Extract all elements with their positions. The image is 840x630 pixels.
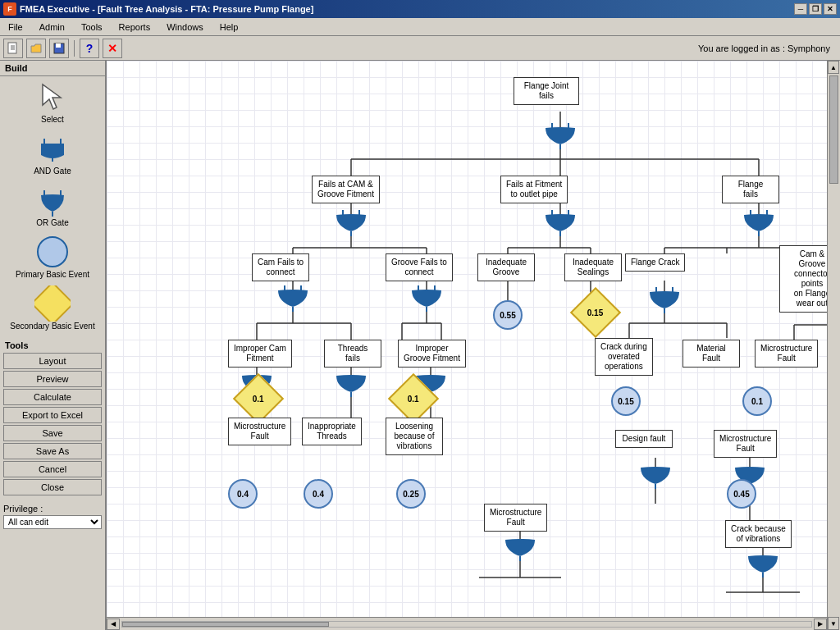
node-n1[interactable]: Fails at CAM &Groove Fitment	[312, 176, 380, 203]
title-bar: F FMEA Executive - [Fault Tree Analysis …	[0, 0, 840, 18]
node-n2[interactable]: Fails at Fitmentto outlet pipe	[500, 176, 568, 203]
save-button[interactable]: Save	[3, 425, 102, 441]
preview-button[interactable]: Preview	[3, 371, 102, 387]
node-n22[interactable]: 0.1	[742, 386, 772, 416]
tool-or-gate[interactable]: OR Gate	[0, 180, 105, 231]
node-n4[interactable]: Cam Fails toconnect	[252, 253, 309, 281]
svg-rect-5	[56, 43, 61, 48]
node-n10[interactable]: Improper CamFitment	[228, 340, 292, 368]
node-n19[interactable]: 0.1	[240, 381, 276, 417]
toolbar-save[interactable]	[49, 39, 69, 58]
node-n26[interactable]: Looseningbecause ofvibrations	[386, 418, 443, 455]
h-scrollbar[interactable]: ◀ ▶	[107, 617, 827, 630]
tool-secondary-basic-event[interactable]: Secondary Basic Event	[0, 283, 105, 335]
node-n7[interactable]: InadequateSealings	[564, 253, 622, 281]
node-root[interactable]: Flange Jointfails	[514, 77, 579, 105]
canvas-area[interactable]: Flange Jointfails Fails at CAM &Groove F…	[107, 61, 827, 630]
node-n17[interactable]: MicrostructureFault	[755, 340, 818, 368]
v-scroll-track[interactable]	[829, 75, 838, 615]
toolbar-help[interactable]: ?	[80, 39, 99, 58]
close-button-panel[interactable]: Close	[3, 479, 102, 495]
node-n30-label: 0.4	[304, 479, 333, 509]
and-gate-label: AND Gate	[34, 167, 71, 176]
tools-section: Tools Layout Preview Calculate Export to…	[0, 335, 105, 500]
layout-button[interactable]: Layout	[3, 353, 102, 369]
tool-select[interactable]: Select	[0, 76, 105, 128]
export-excel-button[interactable]: Export to Excel	[3, 407, 102, 423]
node-n13[interactable]: 0.55	[493, 300, 523, 330]
node-n16[interactable]: MaterialFault	[682, 340, 740, 368]
menu-help[interactable]: Help	[215, 21, 244, 34]
node-n15[interactable]: Crack duringoveratedoperations	[595, 338, 653, 376]
node-n32[interactable]: 0.45	[727, 479, 756, 509]
login-status: You are logged in as : Symphony	[126, 43, 837, 53]
node-n30[interactable]: 0.4	[304, 479, 333, 509]
node-n24-label: MicrostructureFault	[228, 418, 291, 445]
node-n28[interactable]: MicrostructureFault	[714, 430, 777, 458]
node-n3[interactable]: Flangefails	[722, 176, 779, 203]
minimize-button[interactable]: ─	[794, 3, 807, 15]
node-n14[interactable]: 0.15	[578, 294, 614, 331]
canvas-inner: Flange Jointfails Fails at CAM &Groove F…	[107, 61, 827, 630]
primary-basic-event-icon	[32, 235, 73, 268]
scroll-track[interactable]	[121, 621, 812, 628]
select-label: Select	[41, 115, 64, 124]
node-n11[interactable]: Threadsfails	[324, 340, 381, 368]
v-scrollbar[interactable]: ▲ ▼	[827, 61, 840, 630]
node-n20-label: 0.1	[388, 373, 439, 424]
node-n1-label: Fails at CAM &Groove Fitment	[312, 176, 380, 203]
tool-and-gate[interactable]: AND Gate	[0, 128, 105, 180]
menu-windows[interactable]: Windows	[162, 21, 208, 34]
node-n27[interactable]: Design fault	[615, 430, 673, 448]
scroll-left[interactable]: ◀	[107, 619, 120, 630]
v-scroll-thumb[interactable]	[829, 75, 838, 184]
toolbar-open[interactable]	[26, 39, 46, 58]
scroll-right[interactable]: ▶	[814, 619, 827, 630]
close-button[interactable]: ✕	[824, 3, 837, 15]
title-bar-text: FMEA Executive - [Fault Tree Analysis - …	[20, 4, 313, 14]
node-n32-label: 0.45	[727, 479, 756, 509]
node-n25-label: InappropriateThreads	[302, 418, 362, 445]
node-n34[interactable]: Crack becauseof vibrations	[725, 520, 792, 548]
node-n34-label: Crack becauseof vibrations	[725, 520, 792, 548]
scroll-up[interactable]: ▲	[828, 61, 839, 74]
node-n8[interactable]: Flange Crack	[625, 253, 685, 272]
node-n9[interactable]: Cam & Grooveconnector pointson Flange we…	[779, 245, 827, 313]
secondary-basic-event-label: Secondary Basic Event	[10, 322, 94, 331]
node-n33-label: MicrostructureFault	[484, 504, 547, 532]
scroll-down[interactable]: ▼	[828, 617, 839, 630]
toolbar-stop[interactable]: ✕	[103, 39, 122, 58]
node-n24[interactable]: MicrostructureFault	[228, 418, 291, 445]
node-n25[interactable]: InappropriateThreads	[302, 418, 362, 445]
select-icon	[32, 80, 73, 113]
scroll-thumb[interactable]	[122, 622, 329, 627]
tool-primary-basic-event[interactable]: Primary Basic Event	[0, 231, 105, 283]
node-root-label: Flange Jointfails	[514, 77, 579, 105]
node-n15-label: Crack duringoveratedoperations	[595, 338, 653, 376]
node-n16-label: MaterialFault	[682, 340, 740, 368]
node-n27-label: Design fault	[615, 430, 673, 448]
restore-button[interactable]: ❐	[809, 3, 822, 15]
node-n31[interactable]: 0.25	[396, 479, 426, 509]
node-n33[interactable]: MicrostructureFault	[484, 504, 547, 532]
node-n5[interactable]: Groove Fails toconnect	[386, 253, 453, 281]
node-n12[interactable]: ImproperGroove Fitment	[398, 340, 466, 368]
cancel-button[interactable]: Cancel	[3, 461, 102, 477]
privilege-dropdown[interactable]: All can edit	[3, 515, 102, 529]
node-n21[interactable]: 0.15	[611, 386, 641, 416]
save-as-button[interactable]: Save As	[3, 443, 102, 459]
node-n20[interactable]: 0.1	[395, 381, 431, 417]
left-panel: Build Select AND Gate	[0, 61, 107, 630]
menu-tools[interactable]: Tools	[76, 21, 107, 34]
calculate-button[interactable]: Calculate	[3, 389, 102, 405]
menu-file[interactable]: File	[3, 21, 28, 34]
privilege-label: Privilege :	[3, 504, 102, 514]
menu-reports[interactable]: Reports	[114, 21, 156, 34]
node-n5-label: Groove Fails toconnect	[386, 253, 453, 281]
menu-admin[interactable]: Admin	[34, 21, 70, 34]
node-n6[interactable]: InadequateGroove	[477, 253, 535, 281]
node-n29-label: 0.4	[228, 479, 258, 509]
node-n9-label: Cam & Grooveconnector pointson Flange we…	[779, 245, 827, 313]
toolbar-new[interactable]	[3, 39, 23, 58]
node-n29[interactable]: 0.4	[228, 479, 258, 509]
